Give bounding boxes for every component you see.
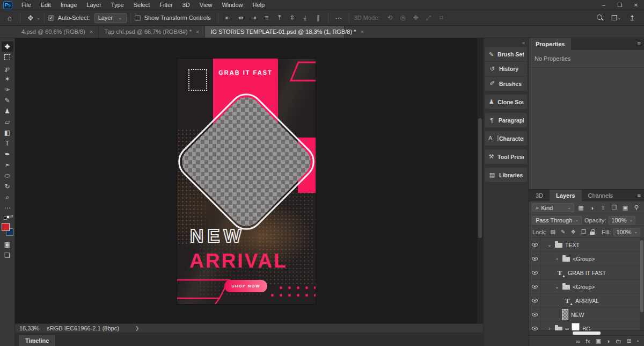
menu-item[interactable]: Filter	[155, 0, 177, 10]
screen-mode-button[interactable]: ❏	[2, 250, 13, 260]
layer-row[interactable]: T GRAB IT FAST	[529, 266, 644, 280]
move-tool-icon[interactable]: ✥	[24, 12, 37, 24]
clone-source-button[interactable]: ♟Clone Sou...	[485, 95, 527, 109]
show-transform-checkbox[interactable]	[135, 15, 141, 21]
panel-tab[interactable]: Layers	[550, 190, 581, 201]
panel-menu-icon[interactable]: ≡	[638, 40, 641, 47]
quick-mask-button[interactable]: ▣	[2, 239, 13, 249]
filter-type-icon[interactable]: T	[598, 205, 608, 211]
document-tab[interactable]: 4.psd @ 60,6% (RGB/8) ×	[16, 26, 99, 38]
adjustment-layer-icon[interactable]: ◑	[606, 338, 610, 344]
layer-row[interactable]: NEW	[529, 308, 644, 322]
share-icon[interactable]: ↥	[626, 12, 639, 24]
layer-row[interactable]: › <Group>	[529, 252, 644, 266]
document-tab[interactable]: Tạp chí.psd @ 66,7% (RGB/8#) * ×	[99, 26, 205, 38]
layer-thumbnail[interactable]	[562, 309, 568, 320]
delete-layer-icon[interactable]: ⬞	[637, 337, 639, 344]
layer-row[interactable]: T ARRIVAL	[529, 294, 644, 308]
lock-position-icon[interactable]: ✥	[569, 229, 577, 235]
panel-tab[interactable]: 3D	[529, 190, 550, 201]
expand-chevron-icon[interactable]: ›	[554, 256, 560, 262]
fill-dropdown[interactable]: 100% ⌄	[613, 228, 640, 236]
zoom-tool[interactable]: ⌕	[2, 192, 13, 202]
menu-item[interactable]: 3D	[178, 0, 195, 10]
eyedropper-tool[interactable]: ✑	[2, 84, 13, 95]
close-button[interactable]: ✕	[628, 0, 644, 10]
visibility-toggle[interactable]	[529, 238, 541, 251]
libraries-button[interactable]: ▤Libraries	[485, 168, 527, 182]
tab-close-icon[interactable]: ×	[90, 28, 93, 35]
link-layers-icon[interactable]: ∞	[576, 338, 580, 344]
rotate-view-tool[interactable]: ↻	[2, 181, 13, 191]
brush-settings-button[interactable]: ✎Brush Sett...	[485, 47, 527, 62]
align-bottom-icon[interactable]: ⤓	[299, 12, 311, 23]
foreground-color-swatch[interactable]	[2, 223, 10, 231]
opacity-dropdown[interactable]: 100% ⌄	[609, 216, 635, 225]
filter-shape-icon[interactable]: ❒	[610, 204, 619, 211]
history-button[interactable]: ↺History	[485, 62, 527, 76]
layer-row[interactable]: ⌄ <Group>	[529, 280, 644, 294]
menu-item[interactable]: Select	[129, 0, 155, 10]
gradient-tool[interactable]: ◧	[2, 127, 13, 138]
menu-item[interactable]: Window	[217, 0, 247, 10]
panel-menu-icon[interactable]: ≡	[638, 192, 641, 198]
ellipse-tool[interactable]: ⬭	[2, 170, 13, 181]
collapse-panels-icon[interactable]: «	[520, 40, 527, 47]
zoom-level[interactable]: 18,33%	[19, 325, 39, 331]
panel-tab[interactable]: Channels	[582, 190, 619, 201]
filter-pixel-icon[interactable]: ▦	[576, 204, 586, 211]
distribute-h-icon[interactable]: ≡	[261, 12, 273, 23]
expand-chevron-icon[interactable]: ⌄	[554, 284, 560, 290]
layer-name[interactable]: TEXT	[565, 242, 580, 248]
visibility-toggle[interactable]	[529, 252, 541, 265]
align-left-icon[interactable]: ⇤	[222, 12, 234, 23]
filter-kind-dropdown[interactable]: ⌕ Kind ⌄	[532, 203, 574, 212]
magic-wand-tool[interactable]: ✶	[2, 74, 13, 84]
restore-button[interactable]: ❐	[612, 0, 628, 10]
lock-all-icon[interactable]	[590, 229, 595, 235]
marquee-tool[interactable]	[2, 52, 13, 62]
align-middle-icon[interactable]: ⇳	[287, 12, 298, 23]
align-top-icon[interactable]: ⤒	[274, 12, 286, 23]
layer-name[interactable]: <Group>	[573, 284, 595, 290]
layer-style-icon[interactable]: fx	[586, 338, 590, 344]
filter-adjustment-icon[interactable]: ◑	[588, 205, 597, 211]
expand-chevron-icon[interactable]: ›	[547, 326, 552, 330]
tool-presets-button[interactable]: ⚒Tool Presets	[485, 149, 527, 164]
layer-row[interactable]: ⌄ TEXT	[529, 238, 644, 252]
align-center-h-icon[interactable]: ⇹	[235, 12, 247, 23]
type-layer-thumbnail[interactable]: T	[562, 297, 573, 305]
new-group-icon[interactable]: 🗀	[616, 338, 621, 344]
minimize-button[interactable]: –	[596, 0, 612, 10]
visibility-toggle[interactable]	[529, 308, 541, 321]
menu-item[interactable]: Layer	[82, 0, 106, 10]
more-options-icon[interactable]: ⋯	[332, 12, 345, 24]
auto-select-target-dropdown[interactable]: Layer ⌄	[94, 13, 127, 23]
layer-thumbnail[interactable]	[572, 323, 580, 331]
lock-transparency-icon[interactable]: ▨	[549, 229, 557, 235]
tool-preset-chevron-icon[interactable]: ⌄	[36, 16, 40, 20]
type-layer-thumbnail[interactable]: T	[554, 269, 565, 277]
search-icon[interactable]	[594, 12, 606, 24]
auto-select-checkbox[interactable]: ✓	[48, 15, 54, 21]
type-tool[interactable]: T	[2, 138, 13, 148]
path-select-tool[interactable]: ➣	[2, 160, 13, 170]
brushes-button[interactable]: ✐Brushes	[485, 76, 527, 91]
artboard[interactable]: GRAB IT FAST NEW ARRIVAL SHOP NOW	[177, 59, 316, 304]
blend-mode-dropdown[interactable]: Pass Through ⌄	[532, 216, 582, 225]
timeline-tab[interactable]: Timeline	[18, 335, 56, 346]
character-button[interactable]: A⎹Character	[485, 131, 527, 146]
canvas-viewport[interactable]: GRAB IT FAST NEW ARRIVAL SHOP NOW	[15, 38, 483, 323]
default-colors-icon[interactable]: ⇄	[4, 215, 11, 221]
menu-item[interactable]: View	[195, 0, 217, 10]
new-layer-icon[interactable]: ⊞	[627, 337, 632, 344]
layer-mask-icon[interactable]: ▣	[596, 337, 601, 344]
more-tools[interactable]: ⋯	[2, 203, 13, 213]
document-tab[interactable]: IG STORIES TEMPLATE-01.psd @ 18,3% (1, R…	[205, 26, 345, 38]
menu-item[interactable]: Help	[248, 0, 270, 10]
filter-smart-object-icon[interactable]: ▣	[621, 204, 630, 211]
tab-properties[interactable]: Properties	[529, 38, 571, 50]
visibility-toggle[interactable]	[529, 294, 541, 307]
visibility-toggle[interactable]	[529, 322, 541, 330]
lasso-tool[interactable]: ℘	[2, 63, 13, 73]
